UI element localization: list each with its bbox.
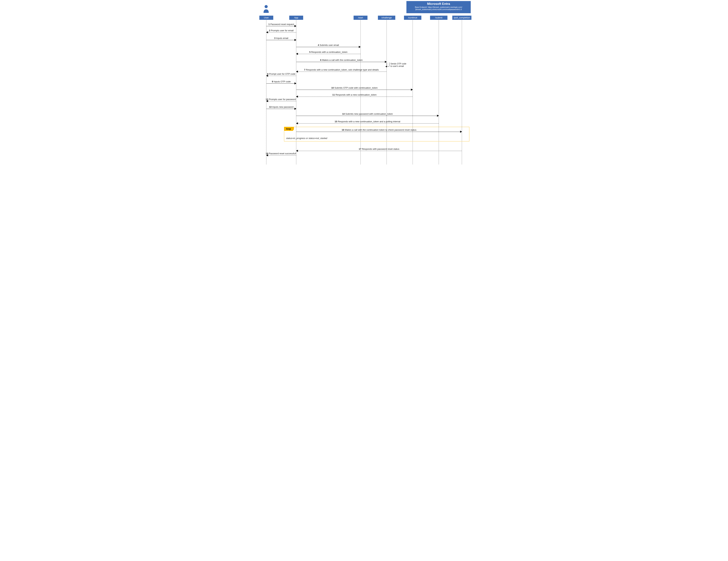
participant-poll: /poll_completion <box>452 16 471 20</box>
msg-10: 10 Submits OTP code with continuation_to… <box>296 87 413 91</box>
msg-3: 3 Inputs email <box>266 37 296 42</box>
msg-7: 7 Responds with a new continuation_token… <box>296 68 387 73</box>
participant-submit: /submit <box>430 16 447 20</box>
msg-5: 5 Responds with a continuation_token <box>296 51 361 56</box>
msg-17: 17 Responds with password reset status <box>296 148 462 153</box>
msg-14: 14 Submits new password with continuatio… <box>296 113 439 118</box>
lifeline-continue <box>412 20 413 164</box>
participant-continue: /continue <box>404 16 421 20</box>
participant-challenge: /challenge <box>378 16 395 20</box>
banner-line1: Base Endpoint: https://{tenant_subdomain… <box>415 6 462 8</box>
participant-user: User <box>259 16 273 20</box>
msg-8: 8 Prompt user for OTP code <box>266 73 296 78</box>
lifeline-app <box>296 20 296 164</box>
self-note-otp: Sends OTP codeto user's email <box>390 63 406 68</box>
lifeline-start <box>360 20 361 164</box>
msg-16: 16 Makes a call with the continuation to… <box>296 129 462 134</box>
msg-9: 9 Inputs OTP code <box>266 80 296 85</box>
msg-2: 2 Prompts user for email <box>266 29 296 34</box>
lifeline-user <box>266 20 266 164</box>
msg-15: 15 Responds with a new continuation_toke… <box>296 120 439 125</box>
msg-18: 18 Password reset successful! <box>266 152 296 157</box>
msg-4: 4 Submits user email <box>296 44 361 49</box>
banner-subtitle: Base Endpoint: https://{tenant_subdomain… <box>407 6 470 11</box>
user-actor-icon <box>264 5 269 13</box>
participant-start: /start <box>354 16 367 20</box>
msg-11: 11 Responds with a new continuation_toke… <box>296 94 413 98</box>
lifeline-submit <box>439 20 439 164</box>
banner-line2: {tenant_subdomain}.onmicrosoft.com/reset… <box>415 8 462 10</box>
msg-13: 13 Inputs new password <box>266 106 296 111</box>
msg-1: 1 Password reset request <box>266 23 296 28</box>
lifeline-challenge <box>386 20 387 164</box>
msg-6: 6 Makes a call with the continuation_tok… <box>296 59 387 64</box>
loop-tag: loop <box>284 127 294 131</box>
svg-point-0 <box>265 5 268 8</box>
msg-12: 12 Prompts user for password <box>266 98 296 103</box>
banner-microsoft-entra: Microsoft Entra Base Endpoint: https://{… <box>406 1 471 13</box>
participant-app: App <box>289 16 303 20</box>
lifeline-poll <box>462 20 462 164</box>
banner-title: Microsoft Entra <box>407 2 470 6</box>
loop-condition: status=in_progress or status=not_started <box>286 137 327 140</box>
sequence-diagram: Microsoft Entra Base Endpoint: https://{… <box>256 0 472 167</box>
